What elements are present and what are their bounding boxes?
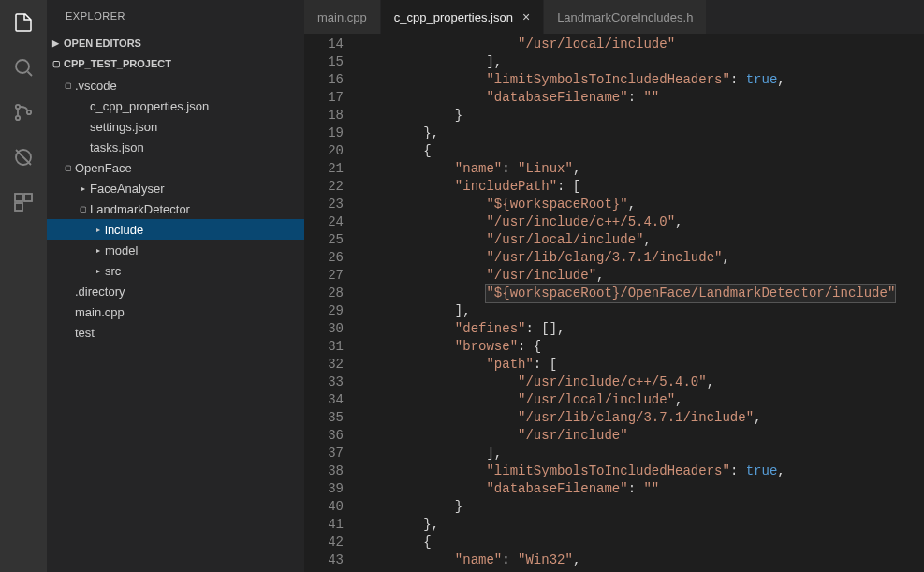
folder-model[interactable]: ▸model [47, 240, 304, 260]
section-open-editors[interactable]: ▶OPEN EDITORS [47, 33, 304, 53]
file-main-cpp[interactable]: main.cpp [47, 301, 304, 322]
chevron-right-icon: ▶ [52, 38, 64, 48]
tab-main-cpp[interactable]: main.cpp [304, 0, 381, 34]
file-settings-json[interactable]: settings.json [47, 116, 304, 137]
folder-openface[interactable]: ▢OpenFace [47, 157, 304, 178]
sidebar: EXPLORER ▶OPEN EDITORS ▢CPP_TEST_PROJECT… [47, 0, 304, 572]
folder-faceanalyser[interactable]: ▸FaceAnalyser [47, 178, 304, 198]
file-test[interactable]: test [47, 322, 304, 343]
file-directory[interactable]: .directory [47, 281, 304, 301]
sidebar-title: EXPLORER [47, 0, 304, 33]
chevron-down-icon: ▢ [64, 81, 73, 90]
chevron-down-icon: ▢ [79, 205, 88, 213]
code-lines[interactable]: "/usr/local/include" ], "limitSymbolsToI… [360, 34, 924, 572]
folder-vscode[interactable]: ▢.vscode [47, 75, 304, 95]
section-project[interactable]: ▢CPP_TEST_PROJECT [47, 53, 304, 74]
svg-point-1 [16, 105, 20, 109]
svg-point-0 [16, 60, 29, 73]
folder-include[interactable]: ▸include [47, 219, 304, 240]
chevron-right-icon: ▸ [94, 226, 103, 234]
svg-rect-5 [15, 194, 22, 201]
line-number-gutter: 1415161718192021222324252627282930313233… [304, 34, 360, 572]
svg-rect-7 [15, 203, 22, 211]
chevron-right-icon: ▸ [94, 246, 103, 255]
search-icon[interactable] [10, 54, 37, 81]
svg-point-3 [27, 110, 31, 114]
folder-src[interactable]: ▸src [47, 260, 304, 281]
chevron-down-icon: ▢ [64, 164, 73, 172]
git-icon[interactable] [10, 99, 37, 125]
chevron-right-icon: ▸ [79, 184, 88, 193]
tab-c-cpp-properties[interactable]: c_cpp_properties.json× [381, 0, 544, 34]
folder-landmarkdetector[interactable]: ▢LandmarkDetector [47, 198, 304, 219]
close-icon[interactable]: × [522, 9, 530, 24]
file-c-cpp-properties[interactable]: c_cpp_properties.json [47, 95, 304, 116]
debug-icon[interactable] [10, 144, 37, 170]
activity-bar [0, 0, 47, 572]
explorer-icon[interactable] [10, 9, 37, 36]
chevron-right-icon: ▸ [94, 267, 103, 275]
editor-area: main.cpp c_cpp_properties.json× Landmark… [304, 0, 924, 572]
tab-landmarkcoreincludes[interactable]: LandmarkCoreIncludes.h [544, 0, 707, 34]
svg-rect-6 [24, 194, 32, 201]
chevron-down-icon: ▢ [52, 59, 64, 68]
file-tasks-json[interactable]: tasks.json [47, 137, 304, 157]
tab-bar: main.cpp c_cpp_properties.json× Landmark… [304, 0, 924, 34]
svg-point-2 [16, 116, 20, 120]
code-editor[interactable]: 1415161718192021222324252627282930313233… [304, 34, 924, 572]
extensions-icon[interactable] [10, 189, 37, 215]
file-tree: ▢.vscode c_cpp_properties.json settings.… [47, 74, 304, 343]
